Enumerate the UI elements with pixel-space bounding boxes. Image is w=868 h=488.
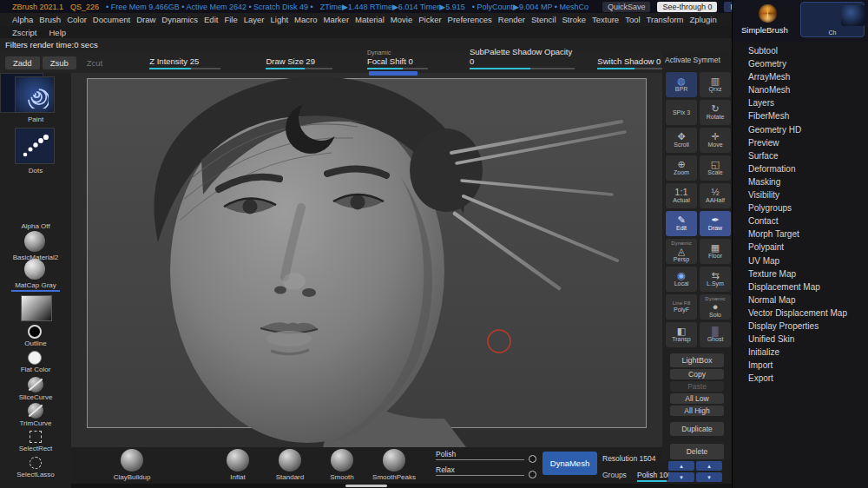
tool-menu-item[interactable]: Initialize	[733, 346, 868, 359]
qrxz-button[interactable]: ▥ Qrxz	[700, 72, 731, 97]
tool-menu-item[interactable]: Polypaint	[733, 241, 868, 254]
lightbox-button[interactable]: LightBox	[670, 353, 724, 367]
tool-menu-item[interactable]: Vector Displacement Map	[733, 307, 868, 320]
tool-menu-item[interactable]: ArrayMesh	[733, 70, 868, 83]
actual-button[interactable]: 1:1 Actual	[666, 183, 697, 208]
menu-item[interactable]: Alpha	[12, 15, 33, 24]
rotate-button[interactable]: ↻ Rotate	[700, 100, 731, 125]
solo-button[interactable]: Dynamic ● Solo	[700, 294, 731, 320]
tool-menu-item[interactable]: Deformation	[733, 162, 868, 175]
floor-button[interactable]: ▦ Floor	[700, 239, 731, 264]
zoom-button[interactable]: ⊕ Zoom	[666, 155, 697, 181]
move-button[interactable]: ✛ Move	[700, 128, 731, 153]
groups-button[interactable]: Groups	[602, 471, 627, 479]
nav-arrow-button[interactable]: ▴	[668, 461, 694, 471]
draw-button[interactable]: ✒ Draw	[700, 211, 731, 236]
ghost-button[interactable]: ▒ Ghost	[700, 322, 731, 347]
scroll-button[interactable]: ✥ Scroll	[666, 128, 697, 153]
menu-item[interactable]: Help	[49, 28, 67, 37]
zadd-button[interactable]: Zadd	[5, 56, 40, 69]
dynamic-tag[interactable]: Dynamic	[367, 49, 428, 56]
tool-menu-item[interactable]: Geometry HD	[733, 123, 868, 136]
tool-menu-item[interactable]: Geometry	[733, 57, 868, 70]
tool-menu-item[interactable]: Unified Skin	[733, 333, 868, 346]
polyframe-button[interactable]: Line Fill PolyF	[666, 294, 697, 320]
subpalette-shadow-slider[interactable]: SubPalette Shadow Opacity 0	[470, 47, 575, 69]
sculpt-viewport[interactable]	[71, 73, 662, 447]
menu-item[interactable]: Layer	[244, 15, 265, 24]
menu-item[interactable]: Tool	[625, 15, 640, 24]
menu-item[interactable]: Preferences	[448, 15, 492, 24]
paste-button[interactable]: Paste	[670, 381, 724, 392]
matcap-gray-sphere[interactable]	[24, 259, 45, 280]
tool-menu-item[interactable]: Visibility	[733, 188, 868, 201]
tool-menu-item[interactable]: Normal Map	[733, 293, 868, 307]
menu-item[interactable]: Document	[93, 15, 130, 24]
tool-menu-item[interactable]: Surface	[733, 149, 868, 162]
menu-item[interactable]: Transform	[647, 15, 684, 24]
menu-item[interactable]: Dynamics	[161, 15, 198, 24]
persp-button[interactable]: Dynamic ◬ Persp	[666, 239, 697, 264]
menu-item[interactable]: Picker	[418, 15, 441, 24]
zcut-button[interactable]: Zcut	[79, 56, 110, 69]
spix-slider[interactable]: SPix 3	[666, 100, 697, 125]
menu-item[interactable]: Marker	[324, 15, 350, 24]
nav-arrow-button[interactable]: ▴	[696, 461, 722, 471]
brush-preset[interactable]: Smooth	[319, 449, 365, 481]
menu-item[interactable]: Stencil	[531, 15, 556, 24]
nav-arrow-button[interactable]: ▾	[696, 472, 722, 482]
horizontal-scrollbar[interactable]	[345, 485, 387, 487]
edit-button[interactable]: ✎ Edit	[666, 211, 697, 236]
select-rect-brush[interactable]	[30, 431, 42, 443]
tool-menu-item[interactable]: FiberMesh	[733, 109, 868, 122]
menu-item[interactable]: Texture	[592, 15, 619, 24]
tool-menu-item[interactable]: Export	[733, 372, 868, 385]
nav-arrow-button[interactable]: ▾	[668, 472, 694, 482]
menu-item[interactable]: Zscript	[12, 28, 37, 37]
menu-item[interactable]: Light	[270, 15, 288, 24]
draw-size-slider[interactable]: Draw Size 29	[266, 56, 332, 69]
tool-menu-item[interactable]: Texture Map	[733, 267, 868, 280]
polish-slider[interactable]: Polish	[436, 450, 538, 458]
menu-item[interactable]: Draw	[136, 15, 155, 24]
all-high-button[interactable]: All High	[670, 406, 724, 416]
simplebrush-icon[interactable]	[759, 4, 777, 23]
tool-menu-item[interactable]: NanoMesh	[733, 83, 868, 96]
transp-button[interactable]: ◧ Transp	[666, 322, 697, 347]
menu-item[interactable]: Zplugin	[690, 15, 717, 24]
color-picker[interactable]	[21, 295, 52, 321]
lsym-button[interactable]: ⇆ L.Sym	[700, 267, 731, 292]
copy-button[interactable]: Copy	[670, 369, 724, 379]
select-lasso-brush[interactable]	[30, 457, 42, 469]
menu-item[interactable]: Edit	[204, 15, 218, 24]
z-intensity-slider[interactable]: Z Intensity 25	[149, 56, 220, 69]
sculpt-canvas[interactable]	[71, 73, 662, 447]
brush-preset[interactable]: ClayBuildup	[109, 449, 155, 481]
duplicate-button[interactable]: Duplicate	[670, 422, 724, 436]
tool-menu-item[interactable]: Contact	[733, 214, 868, 228]
dynamesh-button[interactable]: DynaMesh	[542, 452, 597, 475]
bpr-button[interactable]: ◍ BPR	[666, 72, 697, 97]
quicksave-button[interactable]: QuickSave	[602, 2, 651, 12]
all-low-button[interactable]: All Low	[670, 393, 724, 404]
aahalf-button[interactable]: ½ AAHalf	[700, 183, 731, 208]
tool-menu-item[interactable]: UV Map	[733, 254, 868, 267]
tool-menu-item[interactable]: Displacement Map	[733, 280, 868, 293]
focal-shift-slider[interactable]: Focal Shift 0	[367, 56, 428, 69]
scale-button[interactable]: ◱ Scale	[700, 155, 731, 181]
menu-item[interactable]: File	[224, 15, 237, 24]
tool-slot-icon[interactable]	[841, 5, 865, 26]
relax-slider[interactable]: Relax	[436, 465, 538, 474]
activate-symmetry-button[interactable]: Activate Symmet	[665, 56, 720, 64]
basic-material-sphere[interactable]	[24, 231, 45, 252]
zsub-button[interactable]: Zsub	[43, 56, 76, 69]
resolution-slider[interactable]: Resolution 1504	[602, 454, 655, 463]
tool-menu-item[interactable]: Polygroups	[733, 201, 868, 214]
switch-shadow-slider[interactable]: Switch Shadow 0	[597, 56, 662, 69]
slice-curve-brush[interactable]	[28, 377, 43, 392]
menu-item[interactable]: Render	[498, 15, 525, 24]
draw-size-indicator-bar[interactable]	[369, 71, 418, 76]
menu-item[interactable]: Material	[355, 15, 385, 24]
dots-stroke-thumbnail[interactable]	[15, 128, 55, 164]
paint-brush-thumbnail[interactable]	[15, 76, 55, 113]
